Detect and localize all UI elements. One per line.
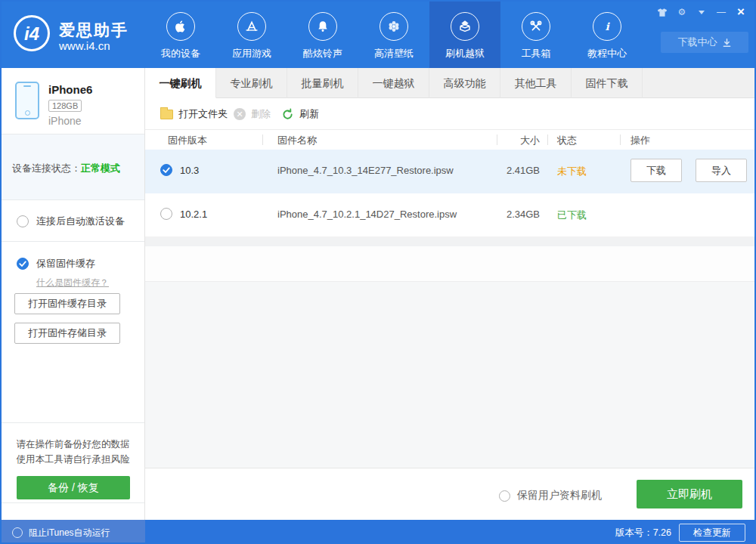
open-cache-dir-button[interactable]: 打开固件缓存目录	[14, 293, 120, 314]
download-center-button[interactable]: 下载中心	[661, 32, 748, 53]
main-panel: 一键刷机 专业刷机 批量刷机 一键越狱 高级功能 其他工具 固件下载 打开文件夹…	[145, 68, 754, 520]
toolbar: 打开文件夹 ✕ 删除 刷新	[145, 98, 754, 130]
brand-site: www.i4.cn	[59, 39, 110, 52]
bell-icon	[308, 12, 337, 41]
app-window: i4 爱思助手 www.i4.cn 我的设备 应用游戏 酷炫铃	[0, 0, 756, 544]
nav-label: 教程中心	[572, 47, 643, 60]
refresh-icon	[281, 108, 294, 121]
nav-label: 刷机越狱	[429, 47, 500, 60]
refresh-tool[interactable]: 刷新	[281, 98, 319, 130]
download-center-label: 下载中心	[678, 36, 717, 49]
minimize-button[interactable]: —	[714, 5, 729, 19]
main-nav: 我的设备 应用游戏 酷炫铃声 高清壁纸	[145, 2, 643, 68]
tab-firmware-download[interactable]: 固件下载	[572, 68, 643, 98]
status-bar: 阻止iTunes自动运行 版本号：7.26 检查更新	[2, 520, 754, 544]
toolbox-wrench-icon	[522, 12, 550, 41]
header: i4 爱思助手 www.i4.cn 我的设备 应用游戏 酷炫铃	[2, 2, 754, 68]
delete-circle-icon: ✕	[234, 108, 246, 120]
empty-area	[145, 281, 754, 468]
download-icon	[722, 38, 732, 48]
iphone-icon	[15, 82, 39, 119]
col-firmware-name: 固件名称	[277, 134, 317, 147]
nav-item-wallpapers[interactable]: 高清壁纸	[358, 2, 429, 68]
nav-item-apps-games[interactable]: 应用游戏	[216, 2, 287, 68]
folder-icon	[160, 110, 173, 119]
keep-user-data-radio[interactable]	[499, 490, 510, 502]
delete-tool[interactable]: ✕ 删除	[234, 98, 271, 130]
nav-label: 应用游戏	[216, 47, 287, 60]
i4-logo-icon: i4	[14, 15, 50, 51]
auto-activate-option[interactable]: 连接后自动激活设备	[17, 215, 125, 228]
table-header: 固件版本 固件名称 大小 状态 操作	[145, 130, 754, 150]
check-update-button[interactable]: 检查更新	[679, 524, 745, 542]
flash-action-bar: 保留用户资料刷机 立即刷机	[145, 468, 754, 520]
firmware-size: 2.41GB	[489, 165, 540, 176]
auto-activate-label: 连接后自动激活设备	[36, 215, 125, 228]
keep-cache-checkbox[interactable]	[17, 258, 29, 270]
tab-one-key-flash[interactable]: 一键刷机	[145, 68, 216, 98]
open-folder-tool[interactable]: 打开文件夹	[160, 98, 228, 130]
tab-one-key-jailbreak[interactable]: 一键越狱	[358, 68, 429, 98]
keep-cache-label: 保留固件缓存	[36, 257, 95, 270]
close-button[interactable]: ×	[733, 5, 748, 19]
firmware-filename: iPhone_4.7_10.3_14E277_Restore.ipsw	[277, 165, 454, 176]
table-end-strip	[145, 237, 754, 246]
nav-item-my-device[interactable]: 我的设备	[145, 2, 216, 68]
backup-restore-button[interactable]: 备份 / 恢复	[17, 476, 130, 499]
device-capacity-badge: 128GB	[48, 100, 82, 112]
window-controls: ⚙ — ×	[655, 5, 748, 20]
keep-cache-option[interactable]: 保留固件缓存	[17, 257, 95, 270]
flash-now-button[interactable]: 立即刷机	[637, 480, 742, 508]
col-actions: 操作	[631, 134, 650, 147]
auto-activate-radio[interactable]	[17, 215, 29, 227]
skin-shirt-icon[interactable]	[655, 5, 670, 19]
row-radio-selected[interactable]	[160, 164, 172, 176]
tab-batch-flash[interactable]: 批量刷机	[287, 68, 358, 98]
keep-user-data-label: 保留用户资料刷机	[517, 489, 602, 502]
nav-item-toolbox[interactable]: 工具箱	[500, 2, 572, 68]
tab-advanced[interactable]: 高级功能	[429, 68, 500, 98]
firmware-version: 10.2.1	[180, 209, 207, 220]
download-firmware-button[interactable]: 下载	[631, 159, 682, 182]
block-itunes-label: 阻止iTunes自动运行	[29, 527, 110, 539]
firmware-filename: iPhone_4.7_10.2.1_14D27_Restore.ipsw	[277, 209, 457, 220]
info-icon: i	[593, 12, 621, 41]
empty-row-band	[145, 246, 754, 281]
appstore-icon	[237, 12, 266, 41]
firmware-row-10-2-1[interactable]: 10.2.1 iPhone_4.7_10.2.1_14D27_Restore.i…	[145, 193, 754, 237]
firmware-size: 2.34GB	[489, 209, 540, 220]
flash-tabs: 一键刷机 专业刷机 批量刷机 一键越狱 高级功能 其他工具 固件下载	[145, 68, 754, 98]
cache-help-link[interactable]: 什么是固件缓存？	[36, 277, 109, 289]
tab-pro-flash[interactable]: 专业刷机	[216, 68, 287, 98]
dropdown-arrow-icon[interactable]	[694, 5, 709, 19]
connection-status-section: 设备连接状态：正常模式	[2, 134, 144, 200]
firmware-row-10-3[interactable]: 10.3 iPhone_4.7_10.3_14E277_Restore.ipsw…	[145, 150, 754, 193]
warning-section: 请在操作前备份好您的数据 使用本工具请自行承担风险 备份 / 恢复	[2, 423, 144, 503]
tab-other-tools[interactable]: 其他工具	[500, 68, 572, 98]
device-type: iPhone	[48, 115, 82, 127]
row-radio-unselected[interactable]	[160, 208, 172, 220]
sidebar: iPhone6 128GB iPhone 设备连接状态：正常模式 连接后自动激活…	[2, 68, 145, 520]
device-info: iPhone6 128GB iPhone	[2, 68, 144, 134]
import-firmware-button[interactable]: 导入	[696, 159, 747, 182]
block-itunes-option[interactable]: 阻止iTunes自动运行	[2, 520, 145, 544]
nav-label: 酷炫铃声	[287, 47, 358, 60]
firmware-version: 10.3	[180, 165, 199, 176]
version-label: 版本号：7.26	[615, 527, 671, 539]
flower-icon	[380, 12, 408, 41]
svg-text:i: i	[605, 20, 610, 32]
brand: i4 爱思助手 www.i4.cn	[2, 2, 145, 68]
settings-gear-icon[interactable]: ⚙	[674, 5, 689, 19]
nav-item-tutorials[interactable]: i 教程中心	[572, 2, 643, 68]
warning-line2: 使用本工具请自行承担风险	[2, 453, 144, 466]
open-storage-dir-button[interactable]: 打开固件存储目录	[14, 323, 120, 344]
firmware-status: 已下载	[557, 209, 587, 222]
block-itunes-radio[interactable]	[12, 527, 23, 538]
delete-label: 删除	[251, 107, 271, 121]
connection-status-label: 设备连接状态：	[12, 162, 81, 174]
col-status: 状态	[557, 134, 577, 147]
nav-item-flash-jailbreak[interactable]: 刷机越狱	[429, 2, 500, 68]
open-folder-label: 打开文件夹	[178, 107, 228, 121]
keep-user-data-option[interactable]: 保留用户资料刷机	[499, 489, 602, 502]
nav-item-ringtones[interactable]: 酷炫铃声	[287, 2, 358, 68]
